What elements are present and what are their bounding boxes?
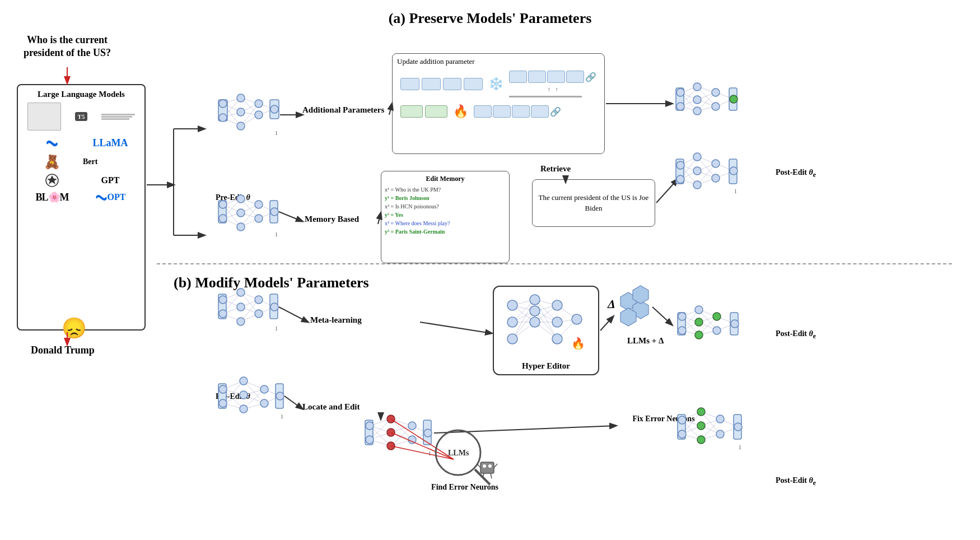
post-edit-label-a: Post-Edit θe xyxy=(776,168,816,179)
svg-point-243 xyxy=(366,422,374,430)
svg-line-235 xyxy=(391,426,412,432)
svg-line-190 xyxy=(717,316,735,324)
svg-point-108 xyxy=(219,215,227,222)
svg-point-27 xyxy=(530,317,540,327)
svg-line-157 xyxy=(259,300,274,307)
svg-line-146 xyxy=(223,292,241,300)
answer-text: Donald Trump xyxy=(31,345,95,356)
bert-text: Bert xyxy=(83,157,97,166)
svg-line-73 xyxy=(680,106,697,111)
svg-line-187 xyxy=(699,310,717,330)
svg-line-178 xyxy=(682,310,699,316)
svg-line-292 xyxy=(491,473,492,478)
em-row-6: y³ = Paris Saint-Germain xyxy=(385,227,506,236)
svg-line-154 xyxy=(241,292,259,314)
bar-cell-g1 xyxy=(474,105,492,118)
svg-point-138 xyxy=(693,153,701,161)
svg-point-26 xyxy=(530,306,540,316)
svg-line-44 xyxy=(223,112,241,118)
post-edit-label-b: Post-Edit θe xyxy=(776,329,816,340)
find-error-label: Find Error Neurons xyxy=(420,483,510,492)
divider xyxy=(157,263,952,264)
svg-line-257 xyxy=(434,426,616,433)
openai-icon xyxy=(45,173,59,188)
svg-line-122 xyxy=(680,165,697,171)
svg-point-141 xyxy=(712,160,720,167)
svg-line-228 xyxy=(370,419,391,426)
t5-description xyxy=(101,103,135,131)
link-icon-1: 🔗 xyxy=(585,72,596,82)
svg-point-24 xyxy=(507,334,517,344)
svg-line-213 xyxy=(244,403,264,409)
memory-based-label: Memory Based xyxy=(305,215,359,224)
svg-point-55 xyxy=(219,100,227,108)
svg-line-129 xyxy=(697,164,716,185)
svg-point-247 xyxy=(387,442,395,450)
svg-point-196 xyxy=(695,318,703,326)
svg-line-182 xyxy=(682,322,699,330)
svg-line-100 xyxy=(241,204,259,213)
svg-point-28 xyxy=(552,300,562,310)
t5-label: T5 xyxy=(75,112,88,121)
em-row-4: y² = Yes xyxy=(385,211,506,219)
bert-emoji: 🧸 xyxy=(25,154,80,170)
svg-point-61 xyxy=(255,111,263,119)
svg-rect-192 xyxy=(678,313,685,335)
svg-line-185 xyxy=(699,316,717,322)
meta-learning-label: Meta-learning xyxy=(310,315,362,325)
svg-point-223 xyxy=(260,399,268,407)
param-cell-4 xyxy=(464,78,483,90)
delta-hexagons xyxy=(620,286,648,326)
svg-point-246 xyxy=(387,429,395,436)
svg-line-268 xyxy=(701,426,720,434)
svg-marker-175 xyxy=(620,308,636,326)
svg-point-221 xyxy=(240,405,248,413)
t5-badge-container: T5 xyxy=(75,103,88,131)
svg-point-283 xyxy=(436,430,480,475)
svg-line-238 xyxy=(391,432,412,440)
svg-point-288 xyxy=(488,464,492,468)
post-edit-label-c: Post-Edit θe xyxy=(776,476,816,487)
svg-text:1: 1 xyxy=(281,413,283,420)
svg-text:🔥: 🔥 xyxy=(571,337,585,350)
svg-line-70 xyxy=(680,92,697,111)
svg-line-80 xyxy=(716,92,734,99)
hyper-editor-label: Hyper Editor xyxy=(522,361,570,371)
svg-rect-106 xyxy=(218,201,226,223)
svg-point-59 xyxy=(237,122,245,130)
em-row-1: x¹ = Who is the UK PM? xyxy=(385,185,506,194)
llama-text: LLaMA xyxy=(83,135,138,151)
pre-edit-label-a: Pre-Edit θ xyxy=(216,193,250,202)
svg-line-151 xyxy=(241,292,259,300)
svg-line-79 xyxy=(697,106,716,111)
svg-line-180 xyxy=(682,316,699,335)
svg-line-152 xyxy=(241,300,259,307)
svg-line-40 xyxy=(223,98,241,104)
svg-point-87 xyxy=(693,107,701,115)
svg-line-128 xyxy=(697,164,716,171)
svg-point-140 xyxy=(693,181,701,189)
svg-line-42 xyxy=(223,104,241,126)
link-icon-2: 🔗 xyxy=(550,106,561,117)
retrieve-label: Retrieve xyxy=(540,164,571,174)
svg-point-31 xyxy=(572,314,582,324)
svg-line-183 xyxy=(682,330,699,335)
edit-memory-box: Edit Memory x¹ = Who is the UK PM? y¹ = … xyxy=(381,171,510,263)
bar-cell-3 xyxy=(547,71,565,83)
svg-rect-82 xyxy=(676,88,684,110)
meta-logo xyxy=(25,135,80,151)
svg-line-78 xyxy=(697,100,716,106)
snowflake-icon: ❄️ xyxy=(488,77,503,91)
svg-line-124 xyxy=(680,157,697,179)
svg-line-132 xyxy=(697,178,716,185)
bar-cell-1 xyxy=(509,71,527,83)
bar-cell-g3 xyxy=(512,105,530,118)
svg-point-89 xyxy=(712,103,720,110)
svg-rect-200 xyxy=(730,313,738,335)
svg-line-94 xyxy=(223,204,241,227)
svg-line-150 xyxy=(223,314,241,322)
svg-line-74 xyxy=(697,87,716,92)
svg-point-112 xyxy=(255,201,263,208)
svg-point-56 xyxy=(219,114,227,122)
svg-line-51 xyxy=(241,115,259,126)
